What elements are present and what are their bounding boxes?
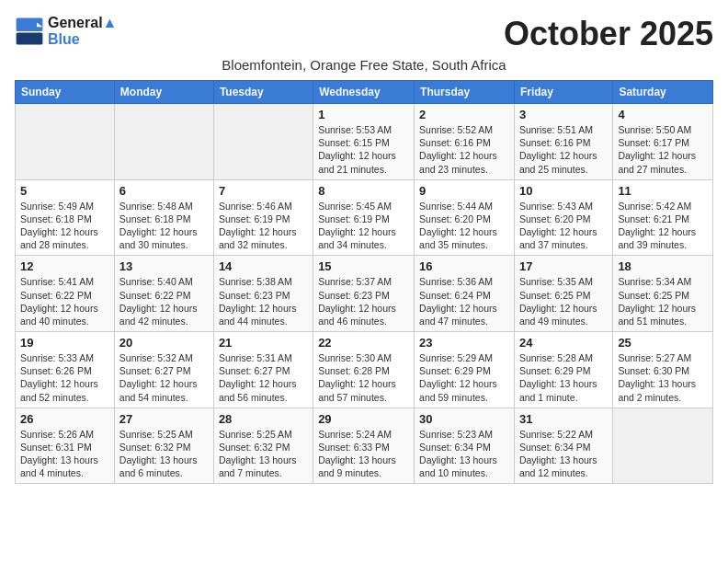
day-number: 27 <box>119 412 209 426</box>
logo-icon <box>15 17 44 46</box>
day-info: Sunrise: 5:28 AM Sunset: 6:29 PM Dayligh… <box>519 351 608 404</box>
month-title: October 2025 <box>504 15 713 53</box>
calendar-cell <box>114 104 213 180</box>
calendar-cell: 2Sunrise: 5:52 AM Sunset: 6:16 PM Daylig… <box>415 104 515 180</box>
calendar-header-tuesday: Tuesday <box>213 81 313 104</box>
calendar-cell: 22Sunrise: 5:30 AM Sunset: 6:28 PM Dayli… <box>313 332 415 408</box>
calendar-cell: 29Sunrise: 5:24 AM Sunset: 6:33 PM Dayli… <box>313 408 415 484</box>
day-number: 4 <box>618 108 708 121</box>
calendar-cell: 3Sunrise: 5:51 AM Sunset: 6:16 PM Daylig… <box>514 104 612 180</box>
calendar-cell: 26Sunrise: 5:26 AM Sunset: 6:31 PM Dayli… <box>16 408 115 484</box>
day-number: 9 <box>419 184 509 198</box>
calendar-cell: 12Sunrise: 5:41 AM Sunset: 6:22 PM Dayli… <box>16 256 115 332</box>
day-info: Sunrise: 5:40 AM Sunset: 6:22 PM Dayligh… <box>119 275 209 327</box>
calendar-cell: 25Sunrise: 5:27 AM Sunset: 6:30 PM Dayli… <box>613 332 713 408</box>
calendar-header-wednesday: Wednesday <box>313 81 415 104</box>
day-number: 25 <box>618 336 708 350</box>
day-info: Sunrise: 5:46 AM Sunset: 6:19 PM Dayligh… <box>219 200 308 252</box>
day-info: Sunrise: 5:44 AM Sunset: 6:20 PM Dayligh… <box>419 200 509 252</box>
day-number: 13 <box>119 259 209 273</box>
calendar-cell: 6Sunrise: 5:48 AM Sunset: 6:18 PM Daylig… <box>114 179 213 256</box>
day-info: Sunrise: 5:36 AM Sunset: 6:24 PM Dayligh… <box>419 275 509 327</box>
calendar-cell: 1Sunrise: 5:53 AM Sunset: 6:15 PM Daylig… <box>313 104 415 180</box>
calendar-cell: 31Sunrise: 5:22 AM Sunset: 6:34 PM Dayli… <box>514 408 612 484</box>
day-number: 10 <box>519 184 608 198</box>
calendar-cell: 24Sunrise: 5:28 AM Sunset: 6:29 PM Dayli… <box>514 332 612 408</box>
calendar-week-row: 26Sunrise: 5:26 AM Sunset: 6:31 PM Dayli… <box>16 408 713 484</box>
calendar-cell: 15Sunrise: 5:37 AM Sunset: 6:23 PM Dayli… <box>313 256 415 332</box>
day-number: 31 <box>519 412 608 426</box>
day-info: Sunrise: 5:35 AM Sunset: 6:25 PM Dayligh… <box>519 275 608 327</box>
day-info: Sunrise: 5:33 AM Sunset: 6:26 PM Dayligh… <box>20 351 109 404</box>
calendar-week-row: 12Sunrise: 5:41 AM Sunset: 6:22 PM Dayli… <box>16 256 713 332</box>
day-info: Sunrise: 5:45 AM Sunset: 6:19 PM Dayligh… <box>318 200 409 252</box>
day-number: 21 <box>219 336 308 350</box>
day-number: 3 <box>519 108 608 121</box>
day-info: Sunrise: 5:32 AM Sunset: 6:27 PM Dayligh… <box>119 351 209 404</box>
calendar-week-row: 1Sunrise: 5:53 AM Sunset: 6:15 PM Daylig… <box>16 104 713 180</box>
day-info: Sunrise: 5:50 AM Sunset: 6:17 PM Dayligh… <box>618 123 708 176</box>
day-number: 16 <box>419 259 509 273</box>
calendar-cell: 10Sunrise: 5:43 AM Sunset: 6:20 PM Dayli… <box>514 179 612 256</box>
calendar-cell: 4Sunrise: 5:50 AM Sunset: 6:17 PM Daylig… <box>613 104 713 180</box>
calendar-cell <box>16 104 115 180</box>
calendar-cell: 13Sunrise: 5:40 AM Sunset: 6:22 PM Dayli… <box>114 256 213 332</box>
calendar-cell: 9Sunrise: 5:44 AM Sunset: 6:20 PM Daylig… <box>415 179 515 256</box>
calendar-cell: 5Sunrise: 5:49 AM Sunset: 6:18 PM Daylig… <box>16 179 115 256</box>
calendar-cell: 16Sunrise: 5:36 AM Sunset: 6:24 PM Dayli… <box>415 256 515 332</box>
day-number: 14 <box>219 259 308 273</box>
svg-rect-1 <box>17 32 43 44</box>
calendar-cell <box>213 104 313 180</box>
calendar-header-thursday: Thursday <box>415 81 515 104</box>
calendar-cell: 11Sunrise: 5:42 AM Sunset: 6:21 PM Dayli… <box>613 179 713 256</box>
calendar-cell: 7Sunrise: 5:46 AM Sunset: 6:19 PM Daylig… <box>213 179 313 256</box>
location-title: Bloemfontein, Orange Free State, South A… <box>15 57 713 73</box>
day-info: Sunrise: 5:24 AM Sunset: 6:33 PM Dayligh… <box>318 428 409 480</box>
day-number: 28 <box>219 412 308 426</box>
calendar-header-friday: Friday <box>514 81 612 104</box>
calendar-header-row: SundayMondayTuesdayWednesdayThursdayFrid… <box>16 81 713 104</box>
day-number: 18 <box>618 259 708 273</box>
day-number: 30 <box>419 412 509 426</box>
calendar-cell: 23Sunrise: 5:29 AM Sunset: 6:29 PM Dayli… <box>415 332 515 408</box>
calendar-cell: 19Sunrise: 5:33 AM Sunset: 6:26 PM Dayli… <box>16 332 115 408</box>
day-info: Sunrise: 5:31 AM Sunset: 6:27 PM Dayligh… <box>219 351 308 404</box>
day-number: 29 <box>318 412 409 426</box>
day-number: 11 <box>618 184 708 198</box>
day-info: Sunrise: 5:41 AM Sunset: 6:22 PM Dayligh… <box>20 275 109 327</box>
calendar-cell: 28Sunrise: 5:25 AM Sunset: 6:32 PM Dayli… <box>213 408 313 484</box>
day-info: Sunrise: 5:48 AM Sunset: 6:18 PM Dayligh… <box>119 200 209 252</box>
day-info: Sunrise: 5:34 AM Sunset: 6:25 PM Dayligh… <box>618 275 708 327</box>
calendar-cell: 17Sunrise: 5:35 AM Sunset: 6:25 PM Dayli… <box>514 256 612 332</box>
day-number: 24 <box>519 336 608 350</box>
day-number: 12 <box>20 259 109 273</box>
day-info: Sunrise: 5:22 AM Sunset: 6:34 PM Dayligh… <box>519 428 608 480</box>
day-number: 2 <box>419 108 509 121</box>
day-number: 5 <box>20 184 109 198</box>
day-info: Sunrise: 5:25 AM Sunset: 6:32 PM Dayligh… <box>219 428 308 480</box>
logo: General▲ Blue <box>15 15 117 47</box>
day-info: Sunrise: 5:51 AM Sunset: 6:16 PM Dayligh… <box>519 123 608 176</box>
day-info: Sunrise: 5:52 AM Sunset: 6:16 PM Dayligh… <box>419 123 509 176</box>
day-info: Sunrise: 5:29 AM Sunset: 6:29 PM Dayligh… <box>419 351 509 404</box>
calendar-cell: 8Sunrise: 5:45 AM Sunset: 6:19 PM Daylig… <box>313 179 415 256</box>
calendar-week-row: 5Sunrise: 5:49 AM Sunset: 6:18 PM Daylig… <box>16 179 713 256</box>
day-info: Sunrise: 5:26 AM Sunset: 6:31 PM Dayligh… <box>20 428 109 480</box>
calendar-cell: 14Sunrise: 5:38 AM Sunset: 6:23 PM Dayli… <box>213 256 313 332</box>
day-number: 8 <box>318 184 409 198</box>
day-info: Sunrise: 5:27 AM Sunset: 6:30 PM Dayligh… <box>618 351 708 404</box>
day-number: 26 <box>20 412 109 426</box>
day-number: 1 <box>318 108 409 121</box>
day-info: Sunrise: 5:37 AM Sunset: 6:23 PM Dayligh… <box>318 275 409 327</box>
day-info: Sunrise: 5:30 AM Sunset: 6:28 PM Dayligh… <box>318 351 409 404</box>
calendar-header-monday: Monday <box>114 81 213 104</box>
day-info: Sunrise: 5:23 AM Sunset: 6:34 PM Dayligh… <box>419 428 509 480</box>
day-info: Sunrise: 5:25 AM Sunset: 6:32 PM Dayligh… <box>119 428 209 480</box>
logo-text: General▲ Blue <box>48 15 117 47</box>
day-number: 19 <box>20 336 109 350</box>
title-area: October 2025 <box>504 15 713 53</box>
calendar-cell: 18Sunrise: 5:34 AM Sunset: 6:25 PM Dayli… <box>613 256 713 332</box>
day-info: Sunrise: 5:42 AM Sunset: 6:21 PM Dayligh… <box>618 200 708 252</box>
day-number: 22 <box>318 336 409 350</box>
calendar-header-saturday: Saturday <box>613 81 713 104</box>
